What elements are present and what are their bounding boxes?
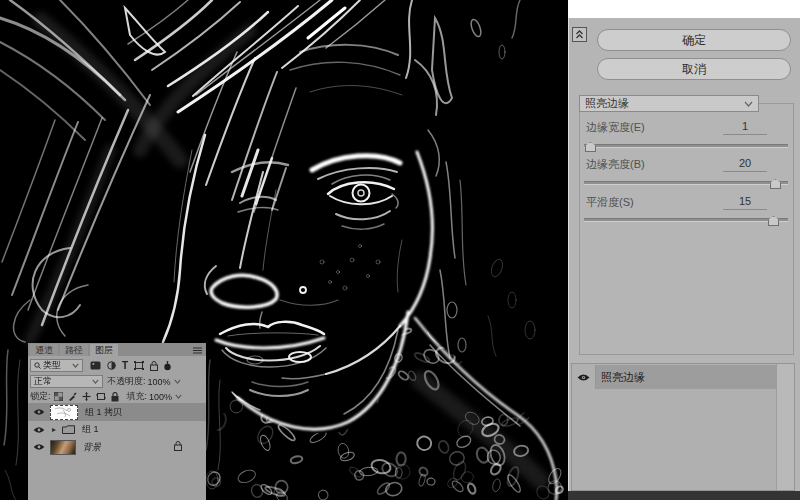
- filter-type-layers-icon[interactable]: T: [122, 361, 128, 371]
- blend-mode-row: 正常 不透明度: 100%: [28, 374, 206, 389]
- layer-name: 组 1 拷贝: [85, 406, 122, 419]
- edge-width-slider-thumb[interactable]: [585, 142, 596, 152]
- layer-name: 组 1: [82, 423, 99, 436]
- lock-all-icon[interactable]: [111, 392, 119, 402]
- search-icon: [34, 362, 41, 369]
- filter-effects-list: 照亮边缘: [571, 363, 795, 491]
- effect-row-glowing-edges[interactable]: 照亮边缘: [572, 365, 777, 389]
- filter-pixel-layers-icon[interactable]: [90, 361, 101, 370]
- lock-row: 锁定: 填充: 100%: [28, 390, 206, 403]
- fill-value[interactable]: 100%: [149, 392, 172, 402]
- tab-channels[interactable]: 通道: [30, 344, 58, 356]
- layer-visibility-toggle[interactable]: [28, 443, 50, 451]
- opacity-value[interactable]: 100%: [148, 377, 171, 387]
- eye-icon: [33, 408, 45, 416]
- layer-row-group1[interactable]: ▸ 组 1: [28, 422, 206, 437]
- effects-list-scrollbar[interactable]: [776, 364, 794, 490]
- group-expand-caret[interactable]: ▸: [52, 425, 62, 434]
- filter-adjustment-layers-icon[interactable]: [107, 361, 116, 370]
- edge-brightness-label: 边缘亮度(B): [586, 157, 645, 172]
- edge-width-label: 边缘宽度(E): [586, 120, 645, 135]
- filter-shape-layers-icon[interactable]: [134, 361, 144, 370]
- layer-row-group1-copy[interactable]: 组 1 拷贝: [28, 403, 206, 421]
- chevron-down-icon[interactable]: [174, 379, 181, 384]
- smoothness-value[interactable]: 15: [723, 195, 767, 210]
- filter-kind-value: 类型: [43, 359, 72, 372]
- edge-width-slider[interactable]: [584, 144, 788, 148]
- opacity-label: 不透明度:: [107, 375, 146, 388]
- chevron-down-icon: [92, 379, 99, 384]
- dialog-bottom-strip: [568, 491, 800, 500]
- layers-panel: 通道 路径 图层 类型 T: [28, 343, 206, 500]
- smoothness-label: 平滑度(S): [586, 195, 634, 210]
- cancel-button[interactable]: 取消: [597, 58, 791, 80]
- edge-brightness-value[interactable]: 20: [723, 157, 767, 172]
- effect-visibility-toggle[interactable]: [572, 365, 596, 389]
- chevron-down-icon[interactable]: [175, 394, 182, 399]
- layer-row-background[interactable]: 背景: [28, 438, 206, 456]
- filter-smart-objects-icon[interactable]: [150, 361, 158, 371]
- layer-name: 背景: [83, 441, 101, 454]
- collapse-panel-button[interactable]: [572, 27, 587, 42]
- eye-icon: [577, 373, 590, 382]
- lock-artboard-icon[interactable]: [96, 392, 106, 401]
- lock-paint-icon[interactable]: [68, 392, 77, 401]
- chevron-down-icon: [72, 363, 79, 368]
- layer-filter-row: 类型 T: [28, 358, 206, 373]
- filter-type-value: 照亮边缘: [585, 96, 744, 111]
- edge-width-value[interactable]: 1: [723, 120, 767, 135]
- effect-name: 照亮边缘: [596, 365, 777, 389]
- photoshop-filter-gallery-dialog: 确定 取消 照亮边缘 边缘宽度(E) 1 边缘亮度(B) 20 平滑度(S) 1…: [0, 0, 800, 500]
- layer-filter-toggle[interactable]: [164, 361, 171, 371]
- double-chevron-up-icon: [575, 30, 584, 39]
- panel-menu-icon[interactable]: [193, 346, 202, 356]
- filter-settings-panel: 确定 取消 照亮边缘 边缘宽度(E) 1 边缘亮度(B) 20 平滑度(S) 1…: [568, 18, 800, 491]
- eye-icon: [33, 426, 45, 434]
- filter-kind-select[interactable]: 类型: [30, 359, 83, 372]
- tab-paths[interactable]: 路径: [60, 344, 88, 356]
- folder-icon: [62, 425, 75, 434]
- lock-label: 锁定:: [30, 390, 51, 403]
- panel-tab-bar: 通道 路径 图层: [28, 343, 206, 356]
- chevron-down-icon: [744, 101, 753, 107]
- filter-type-select[interactable]: 照亮边缘: [579, 95, 759, 112]
- dialog-top-strip: [568, 0, 800, 18]
- blend-mode-select[interactable]: 正常: [30, 375, 103, 388]
- layer-thumbnail-sketch[interactable]: [50, 405, 78, 420]
- edge-brightness-slider[interactable]: [584, 181, 788, 185]
- edge-brightness-slider-thumb[interactable]: [770, 179, 781, 189]
- ok-button[interactable]: 确定: [597, 29, 791, 51]
- layer-visibility-toggle[interactable]: [28, 408, 50, 416]
- background-lock-icon: [174, 441, 182, 453]
- smoothness-slider-thumb[interactable]: [768, 216, 779, 226]
- fill-label: 填充:: [127, 390, 148, 403]
- layer-thumbnail-photo[interactable]: [50, 440, 76, 455]
- filter-options-group: [579, 103, 794, 355]
- eye-icon: [33, 443, 45, 451]
- blend-mode-value: 正常: [34, 375, 92, 388]
- lock-move-icon[interactable]: [82, 392, 91, 401]
- lock-transparency-icon[interactable]: [54, 392, 63, 401]
- layer-visibility-toggle[interactable]: [28, 426, 50, 434]
- tab-layers[interactable]: 图层: [90, 344, 118, 356]
- smoothness-slider[interactable]: [584, 218, 788, 222]
